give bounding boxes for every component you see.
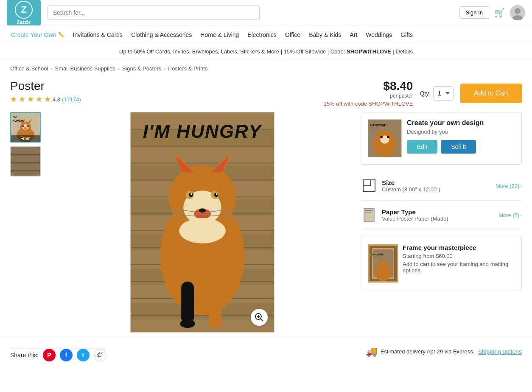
facebook-share-button[interactable]: f [60, 349, 73, 361]
svg-text:I'M: I'M [13, 116, 17, 119]
logo-name: Zazzle [17, 20, 31, 25]
search-input[interactable] [48, 6, 260, 20]
size-more-button[interactable]: More (23) › [496, 183, 522, 189]
poster-image: I'M HUNGRY [130, 112, 274, 333]
breadcrumb-small-business[interactable]: Small Business Supplies [55, 65, 115, 72]
nav-create-your-own[interactable]: Create Your Own ✏️ [7, 26, 69, 43]
design-card: I'M HUNGRY Create your own design Design… [361, 112, 522, 165]
promo-text2[interactable]: 15% Off Sitewide [284, 48, 326, 55]
qty-selector: Qty: 1 2 3 4 5 [420, 86, 454, 101]
nav-clothing-accessories[interactable]: Clothing & Accessories [127, 26, 196, 43]
paper-chevron-icon: › [520, 213, 522, 218]
paper-icon [361, 207, 378, 224]
poster-svg: I'M HUNGRY [130, 112, 274, 332]
frame-card: I'M HUNGRY Frame your masterpiece Starti… [361, 237, 522, 289]
star4: ★ [36, 95, 42, 104]
product-header: Poster ★ ★ ★ ★ ★ 4.8 (17174) $8.40 per p… [0, 78, 532, 112]
header-actions: Sign In 🛒 [459, 5, 525, 20]
sign-in-button[interactable]: Sign In [459, 6, 489, 19]
promo-sep2: | [328, 48, 330, 55]
star1: ★ [10, 95, 17, 104]
svg-point-60 [179, 218, 226, 244]
qty-select[interactable]: 1 2 3 4 5 [433, 86, 454, 101]
svg-point-63 [180, 319, 195, 328]
main-nav: Create Your Own ✏️ Invitations & Cards C… [0, 25, 532, 44]
poster-area: I'M HUNGRY [51, 112, 354, 333]
cart-icon[interactable]: 🛒 [494, 8, 505, 18]
pinterest-share-button[interactable]: P [43, 349, 56, 361]
delivery-text: Estimated delivery Apr 29 via Express. [381, 348, 475, 355]
svg-point-64 [207, 319, 223, 328]
logo[interactable]: Z Zazzle [7, 0, 41, 25]
delivery-bar: 🚚 Estimated delivery Apr 29 via Express.… [366, 346, 522, 357]
promo-details[interactable]: Details [396, 48, 413, 55]
frame-price: Starting from $60.00 [403, 253, 515, 259]
frame-title: Frame your masterpiece [403, 244, 515, 251]
share-area: Share this: P f t [10, 348, 106, 361]
poster-container: I'M HUNGRY [130, 112, 274, 333]
svg-point-49 [199, 208, 206, 213]
paper-info: Paper Type Value Poster Paper (Matte) [382, 208, 498, 222]
price-cart-area: $8.40 per poster 15% off with code SHOPW… [324, 79, 522, 107]
design-subtitle: Designed by you [407, 129, 515, 135]
svg-point-12 [27, 125, 29, 127]
svg-text:HUNGRY: HUNGRY [13, 119, 25, 122]
paper-more-button[interactable]: More (5) › [498, 212, 522, 218]
svg-text:I'M HUNGRY: I'M HUNGRY [143, 121, 263, 142]
share-label: Share this: [10, 352, 39, 358]
nav-electronics[interactable]: Electronics [243, 26, 280, 43]
right-panel: I'M HUNGRY Create your own design Design… [361, 112, 522, 333]
size-icon [361, 177, 378, 194]
zoom-icon [255, 313, 264, 322]
edit-button[interactable]: Edit [407, 140, 437, 154]
promo-code-label: Code: [330, 48, 345, 55]
rating-value: 4.8 [53, 96, 60, 103]
nav-invitations-cards[interactable]: Invitations & Cards [69, 26, 127, 43]
star2: ★ [19, 95, 25, 104]
svg-rect-83 [365, 210, 373, 211]
size-option-row: Size Custom (8.00" x 12.00") More (23) › [361, 171, 522, 201]
twitter-share-button[interactable]: t [77, 349, 90, 361]
design-buttons: Edit Sell It [407, 140, 515, 154]
size-title: Size [382, 179, 496, 186]
nav-gifts[interactable]: Gifts [396, 26, 417, 43]
sell-button[interactable]: Sell It [441, 140, 476, 154]
svg-point-55 [216, 193, 218, 195]
star-rating: ★ ★ ★ ★ ★ 4.8 (17174) [10, 95, 324, 104]
svg-line-70 [260, 319, 263, 321]
star3: ★ [27, 95, 34, 104]
star4-half: ★ [44, 95, 51, 104]
thumbnail-front[interactable]: I'M HUNGRY Front [10, 112, 41, 143]
zoom-button[interactable] [251, 309, 268, 326]
nav-baby-kids[interactable]: Baby & Kids [305, 26, 345, 43]
promo-text1[interactable]: Up to 50% Off Cards, Invites, Envelopes,… [119, 48, 279, 55]
review-count[interactable]: (17174) [62, 96, 81, 103]
shipping-options-link[interactable]: Shipping options [478, 348, 522, 355]
svg-rect-62 [209, 281, 221, 324]
breadcrumb-sep2: › [118, 66, 120, 72]
nav-art[interactable]: Art [345, 26, 361, 43]
product-title: Poster [10, 79, 324, 93]
breadcrumb-signs-posters[interactable]: Signs & Posters [122, 65, 162, 72]
design-thumbnail: I'M HUNGRY [368, 119, 402, 157]
design-info: Create your own design Designed by you E… [407, 119, 515, 154]
svg-point-78 [380, 136, 383, 138]
size-chevron-icon: › [520, 183, 522, 188]
design-title: Create your own design [407, 119, 515, 127]
avatar[interactable] [510, 5, 525, 20]
add-to-cart-button[interactable]: Add to Cart [460, 84, 522, 103]
breadcrumb-office-school[interactable]: Office & School [10, 65, 48, 72]
nav-weddings[interactable]: Weddings [361, 26, 396, 43]
size-value: Custom (8.00" x 12.00") [382, 186, 496, 193]
breadcrumb-sep3: › [164, 66, 165, 72]
svg-point-79 [387, 136, 389, 138]
product-body: I'M HUNGRY Front [0, 112, 532, 333]
nav-office[interactable]: Office [281, 26, 305, 43]
promo-banner: Up to 50% Off Cards, Invites, Envelopes,… [0, 44, 532, 59]
breadcrumb-posters-prints[interactable]: Posters & Prints [168, 65, 207, 72]
thumbnail-back[interactable] [10, 146, 41, 176]
breadcrumb-sep1: › [50, 66, 52, 72]
nav-home-living[interactable]: Home & Living [196, 26, 243, 43]
copy-link-button[interactable] [94, 349, 106, 361]
logo-letter: Z [21, 4, 26, 15]
